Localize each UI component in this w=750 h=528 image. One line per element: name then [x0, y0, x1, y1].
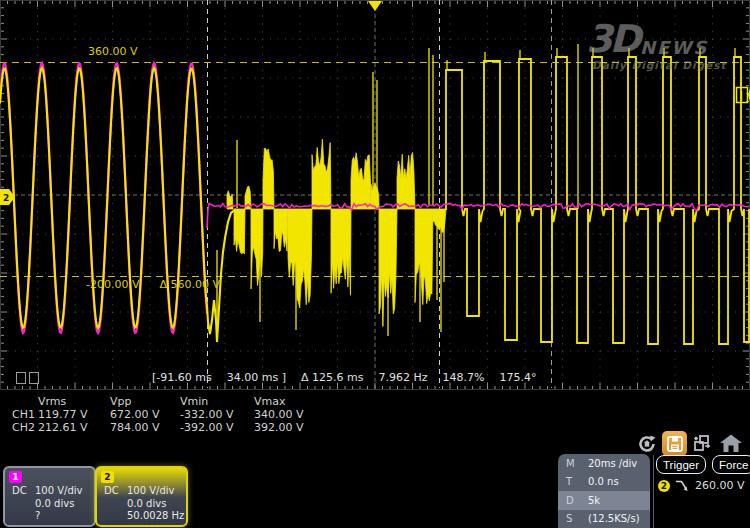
ch1-scale: 100 V/div — [35, 485, 83, 496]
timebase-row-s[interactable]: S (12.5KS/s) — [558, 510, 650, 528]
home-icon[interactable] — [718, 431, 743, 456]
page-indicator-icon — [16, 372, 39, 384]
ch2-pwm-burst — [351, 153, 371, 209]
trigger-level-value: 260.00 V — [695, 479, 745, 492]
table-row: CH1 119.77 V 672.00 V -332.00 V 340.00 V — [12, 409, 328, 422]
time-cursor-readout: [-91.60 ms34.00 ms ]Δ 125.6 ms7.962 Hz14… — [152, 371, 551, 384]
waveform-display: 2 3D NEWS Daily Digital Digest 360.00 V … — [0, 0, 750, 390]
cursor-delta-voltage: Δ 560.00 V — [159, 278, 220, 291]
ch1-offset: 0.0 divs — [35, 498, 74, 509]
ch2-pwm-burst — [263, 148, 274, 209]
trigger-panel: Trigger Force 2 260.00 V — [656, 455, 750, 528]
channel-2-badge: 2 — [101, 471, 114, 483]
timebase-m-value: 20ms /div — [588, 458, 650, 469]
timebase-row-m[interactable]: M 20ms /div — [558, 454, 650, 473]
timebase-s-label: S — [566, 513, 588, 524]
ch2-pwm-burst — [415, 209, 433, 305]
oscilloscope-screen: { "logo": {"part1": "3D", "part2": "NEWS… — [0, 0, 750, 528]
trigger-button[interactable]: Trigger — [656, 455, 706, 474]
ch1-label: CH1 — [12, 409, 38, 422]
header-vmax: Vmax — [254, 396, 328, 409]
trigger-position-marker — [368, 1, 382, 11]
ch2-pwm-burst — [288, 209, 312, 308]
screen-copy-icon[interactable] — [690, 431, 715, 456]
ch1-vmax: 340.00 V — [254, 409, 328, 422]
timebase-t-value: 0.0 ns — [588, 476, 650, 487]
ch2-vpp: 784.00 V — [110, 422, 180, 435]
cursor-delta-time: Δ 125.6 ms — [301, 371, 363, 384]
cursor-value-bottom: -200.00 V — [86, 278, 139, 291]
channel-1-box[interactable]: 1 DC 100 V/div 0.0 divs ? — [3, 466, 96, 527]
channel-1-badge: 1 — [9, 471, 22, 483]
scope-graticule-and-traces: 2 — [0, 0, 750, 390]
panel-divider — [653, 455, 654, 528]
header-vmin: Vmin — [180, 396, 254, 409]
timebase-t-label: T — [566, 476, 588, 487]
cursor-t2: 34.00 ms ] — [227, 371, 286, 384]
timebase-d-label: D — [566, 495, 588, 506]
cursor-label-bottom: -200.00 V Δ 560.00 V — [86, 278, 220, 291]
ch2-pwm-burst — [274, 209, 288, 252]
cursor-ratio: 148.7% — [442, 371, 484, 384]
timebase-s-value: (12.5KS/s) — [588, 513, 650, 524]
ch2-coupling: DC — [104, 485, 119, 496]
toolbar — [634, 431, 743, 456]
ch1-vpp: 672.00 V — [110, 409, 180, 422]
header-vpp: Vpp — [110, 396, 180, 409]
measurements-header-row: Vrms Vpp Vmin Vmax — [12, 396, 328, 409]
cursor-frequency: 7.962 Hz — [378, 371, 427, 384]
table-row: CH2 212.61 V 784.00 V -392.00 V 392.00 V — [12, 422, 328, 435]
ch1-vmin: -332.00 V — [180, 409, 254, 422]
ch2-offset: 0.0 divs — [127, 498, 166, 509]
ch2-label: CH2 — [12, 422, 38, 435]
falling-edge-icon — [675, 479, 690, 492]
ch2-trace-square — [445, 57, 750, 344]
ch2-trace-sine — [0, 68, 236, 342]
cursor-label-top: 360.00 V — [88, 45, 138, 58]
cursor-phase: 175.4° — [499, 371, 536, 384]
ch1-coupling: DC — [12, 485, 27, 496]
trigger-source-badge: 2 — [658, 480, 670, 492]
ch2-pwm-burst — [371, 183, 379, 209]
ch2-vmax: 392.00 V — [254, 422, 328, 435]
ch2-pwm-burst — [234, 209, 245, 254]
ch2-vmin: -392.00 V — [180, 422, 254, 435]
timebase-d-value: 5k — [588, 495, 650, 506]
channel-2-box[interactable]: 2 DC 100 V/div 0.0 divs 50.0028 Hz — [95, 466, 188, 527]
ch2-scale: 100 V/div — [127, 485, 175, 496]
force-button[interactable]: Force — [712, 455, 750, 474]
ch2-pwm-burst — [312, 139, 331, 209]
ch1-vrms: 119.77 V — [38, 409, 110, 422]
timebase-panel[interactable]: M 20ms /div T 0.0 ns D 5k S (12.5KS/s) — [558, 454, 650, 528]
ch2-pwm-burst — [331, 209, 351, 295]
auto-recover-icon[interactable] — [634, 431, 659, 456]
cursor-t1: [-91.60 ms — [152, 371, 212, 384]
trigger-status-row: 2 260.00 V — [658, 479, 745, 492]
timebase-row-d[interactable]: D 5k — [558, 491, 650, 510]
ch2-pwm-burst — [397, 152, 415, 209]
timebase-row-t[interactable]: T 0.0 ns — [558, 473, 650, 492]
timebase-m-label: M — [566, 458, 588, 469]
ch1-frequency: ? — [35, 510, 40, 521]
ch2-vrms: 212.61 V — [38, 422, 110, 435]
svg-text:2: 2 — [3, 193, 9, 203]
header-vrms: Vrms — [38, 396, 110, 409]
measurements-table: Vrms Vpp Vmin Vmax CH1 119.77 V 672.00 V… — [12, 396, 328, 434]
ch2-frequency: 50.0028 Hz — [127, 510, 184, 521]
save-icon[interactable] — [662, 431, 687, 456]
